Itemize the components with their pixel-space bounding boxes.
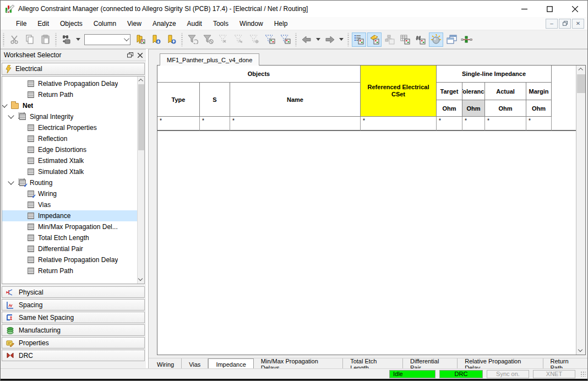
chevron-down-icon[interactable] xyxy=(2,101,8,107)
bookmark-down-button[interactable] xyxy=(149,32,163,47)
tree-item-signal-integrity[interactable]: Signal Integrity xyxy=(2,111,137,122)
menu-window[interactable]: Window xyxy=(234,18,269,29)
menu-file[interactable]: File xyxy=(10,18,32,29)
tree-item-net[interactable]: Net xyxy=(2,100,137,111)
actual-column-header[interactable]: Actual xyxy=(485,83,526,100)
scroll-up-icon[interactable] xyxy=(139,78,144,83)
tree-item-return-path[interactable]: Return Path xyxy=(2,89,137,100)
menu-objects[interactable]: Objects xyxy=(55,18,88,29)
filter-off-button[interactable] xyxy=(216,32,231,47)
scroll-up-icon[interactable] xyxy=(579,67,584,72)
category-button-drc[interactable]: DRC xyxy=(2,350,145,361)
filter-branch-button[interactable] xyxy=(232,32,246,47)
menu-help[interactable]: Help xyxy=(269,18,293,29)
single-line-impedance-group-header[interactable]: Single-line Impedance xyxy=(437,66,552,83)
s-filter-input[interactable]: * xyxy=(200,117,230,131)
category-button-same-net-spacing[interactable]: Same Net Spacing xyxy=(2,312,145,323)
menu-tools[interactable]: Tools xyxy=(208,18,234,29)
drc-alarm-button[interactable] xyxy=(429,32,443,47)
copy-button[interactable] xyxy=(23,32,37,47)
float-panel-icon[interactable] xyxy=(127,52,133,58)
tree-item-return-path[interactable]: Return Path xyxy=(2,265,137,276)
target-column-header[interactable]: Target xyxy=(437,83,462,100)
name-column-header[interactable]: Name xyxy=(230,83,361,117)
tree-item-electrical-properties[interactable]: Electrical Properties xyxy=(2,122,137,133)
tolerance-column-header[interactable]: Tolerance xyxy=(462,83,485,100)
table-scrollbar[interactable] xyxy=(576,66,585,355)
tree-item-simulated-xtalk[interactable]: Simulated Xtalk xyxy=(2,166,137,177)
show-worksheet-list-button[interactable] xyxy=(352,32,366,47)
target-filter-input[interactable]: * xyxy=(437,117,462,131)
chevron-down-icon[interactable] xyxy=(8,178,14,184)
tree-item-edge-distortions[interactable]: Edge Distortions xyxy=(2,144,137,155)
filter-settings-button[interactable] xyxy=(247,32,262,47)
category-button-physical[interactable]: Physical xyxy=(2,286,145,298)
scroll-down-icon[interactable] xyxy=(139,277,144,282)
resize-grip[interactable] xyxy=(580,371,586,377)
window-copy-button[interactable] xyxy=(444,32,459,47)
menu-view[interactable]: View xyxy=(122,18,147,29)
show-table-button[interactable] xyxy=(398,32,412,47)
minimize-button[interactable] xyxy=(511,1,537,17)
electrical-section-button[interactable]: Electrical xyxy=(2,63,145,75)
net-topology-button[interactable] xyxy=(460,32,474,47)
name-filter-input[interactable]: * xyxy=(230,117,361,131)
show-custom-view-button[interactable] xyxy=(413,32,428,47)
actual-filter-input[interactable]: * xyxy=(485,117,526,131)
menu-analyze[interactable]: Analyze xyxy=(147,18,182,29)
mdi-restore-button[interactable] xyxy=(559,19,571,29)
tree-item-reflection[interactable]: Reflection xyxy=(2,133,137,144)
tree-item-differential-pair[interactable]: Differential Pair xyxy=(2,243,137,254)
margin-filter-input[interactable]: * xyxy=(526,117,552,131)
scroll-down-icon[interactable] xyxy=(579,348,584,353)
table-scrollbar-thumb[interactable] xyxy=(577,74,585,93)
filter-table-or-button[interactable] xyxy=(278,32,292,47)
objects-group-header[interactable]: Objects xyxy=(157,66,361,83)
paste-button[interactable] xyxy=(38,32,52,47)
filter-table-and-button[interactable] xyxy=(263,32,277,47)
goto-worksheet-button[interactable] xyxy=(133,32,148,47)
chevron-down-icon[interactable] xyxy=(8,112,14,118)
tree-item-relative-propagation-delay[interactable]: Relative Propagation Delay xyxy=(2,254,137,265)
filter-clear-button[interactable] xyxy=(201,32,215,47)
category-button-properties[interactable]: Properties xyxy=(2,337,145,349)
category-button-manufacturing[interactable]: Manufacturing xyxy=(2,324,145,336)
cset-filter-input[interactable]: * xyxy=(361,117,437,131)
tree-item-min-max-propagation-del[interactable]: Min/Max Propagation Del... xyxy=(2,221,137,232)
back-dropdown-caret[interactable] xyxy=(316,38,320,41)
forward-button[interactable] xyxy=(323,32,337,47)
maximize-button[interactable] xyxy=(537,1,562,17)
mdi-minimize-button[interactable]: – xyxy=(546,19,558,29)
tree-scrollbar[interactable] xyxy=(137,77,144,284)
s-column-header[interactable]: S xyxy=(200,83,230,117)
tree-item-total-etch-length[interactable]: Total Etch Length xyxy=(2,232,137,243)
find-object-button[interactable] xyxy=(59,32,74,47)
tree-item-vias[interactable]: Vias xyxy=(2,199,137,210)
document-tab[interactable]: MF1_Panther_plus_C_v4_done xyxy=(160,53,259,66)
type-column-header[interactable]: Type xyxy=(157,83,200,117)
tree-item-relative-propagation-delay[interactable]: Relative Propagation Delay xyxy=(2,78,137,89)
tree-item-impedance[interactable]: Impedance xyxy=(2,210,137,221)
category-button-spacing[interactable]: Spacing xyxy=(2,299,145,311)
tree-item-wiring[interactable]: ✓Wiring xyxy=(2,188,137,199)
filter-refresh-button[interactable] xyxy=(186,32,200,47)
margin-column-header[interactable]: Margin xyxy=(526,83,552,100)
tolerance-filter-input[interactable]: * xyxy=(462,117,485,131)
show-cset-button[interactable] xyxy=(367,32,382,47)
back-button[interactable] xyxy=(300,32,314,47)
menu-audit[interactable]: Audit xyxy=(182,18,208,29)
forward-dropdown-caret[interactable] xyxy=(339,38,344,41)
type-filter-input[interactable]: * xyxy=(157,117,200,131)
menu-edit[interactable]: Edit xyxy=(32,18,55,29)
show-hierarchy-button[interactable] xyxy=(383,32,397,47)
tree-item-routing[interactable]: ✓Routing xyxy=(2,177,137,188)
bookmark-up-button[interactable] xyxy=(164,32,178,47)
menu-column[interactable]: Column xyxy=(88,18,122,29)
close-panel-icon[interactable] xyxy=(138,53,143,58)
search-combobox[interactable] xyxy=(84,34,130,45)
tree-scrollbar-thumb[interactable] xyxy=(138,84,144,150)
mdi-close-button[interactable]: ✕ xyxy=(572,19,584,29)
tree-item-estimated-xtalk[interactable]: Estimated Xtalk xyxy=(2,155,137,166)
referenced-electrical-cset-header[interactable]: Referenced Electrical CSet xyxy=(361,66,437,117)
close-button[interactable] xyxy=(562,1,587,17)
